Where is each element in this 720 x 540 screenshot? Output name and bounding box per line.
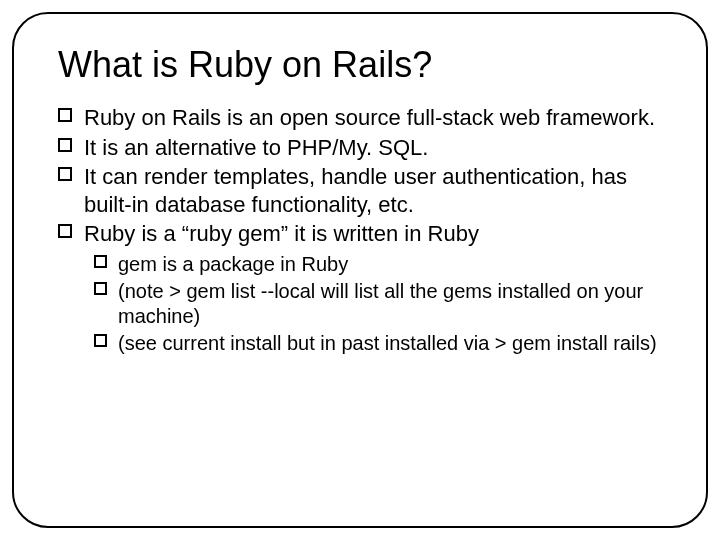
checkbox-icon [58,224,72,238]
bullet-text: Ruby on Rails is an open source full-sta… [84,105,655,130]
bullet-text: gem is a package in Ruby [118,253,348,275]
list-item: Ruby on Rails is an open source full-sta… [58,104,662,132]
bullet-text: It can render templates, handle user aut… [84,164,627,217]
slide: What is Ruby on Rails? Ruby on Rails is … [0,0,720,540]
list-item: It can render templates, handle user aut… [58,163,662,218]
checkbox-icon [58,138,72,152]
list-item: Ruby is a “ruby gem” it is written in Ru… [58,220,662,356]
bullet-text: (note > gem list --local will list all t… [118,280,643,327]
checkbox-icon [94,282,107,295]
bullet-text: It is an alternative to PHP/My. SQL. [84,135,428,160]
checkbox-icon [58,108,72,122]
checkbox-icon [94,334,107,347]
slide-frame: What is Ruby on Rails? Ruby on Rails is … [12,12,708,528]
list-item: (see current install but in past install… [94,331,662,356]
slide-title: What is Ruby on Rails? [58,44,662,86]
checkbox-icon [94,255,107,268]
list-item: (note > gem list --local will list all t… [94,279,662,329]
bullet-text: (see current install but in past install… [118,332,657,354]
list-item: gem is a package in Ruby [94,252,662,277]
list-item: It is an alternative to PHP/My. SQL. [58,134,662,162]
checkbox-icon [58,167,72,181]
bullet-text: Ruby is a “ruby gem” it is written in Ru… [84,221,479,246]
sub-bullet-list: gem is a package in Ruby (note > gem lis… [84,252,662,356]
bullet-list: Ruby on Rails is an open source full-sta… [58,104,662,356]
